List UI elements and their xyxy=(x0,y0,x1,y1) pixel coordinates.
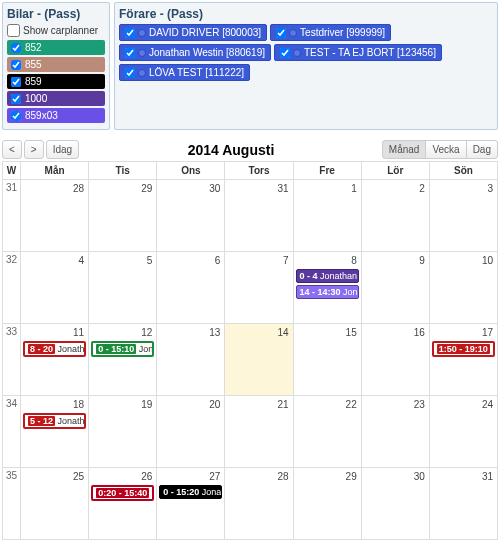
view-week-button[interactable]: Vecka xyxy=(425,140,466,159)
event-time: 0 - 15:10 xyxy=(96,344,136,354)
event[interactable]: 5 - 12 Jonathan xyxy=(23,413,86,429)
day-cell[interactable]: 31 xyxy=(429,468,497,540)
day-number: 26 xyxy=(91,470,154,483)
car-checkbox[interactable] xyxy=(11,43,21,53)
prev-button[interactable]: < xyxy=(2,140,22,159)
car-checkbox[interactable] xyxy=(11,111,21,121)
event[interactable]: 0 - 15:10 Jonath xyxy=(91,341,154,357)
car-item[interactable]: 859x03 xyxy=(7,108,105,123)
day-number: 3 xyxy=(432,182,495,195)
day-cell[interactable]: 7 xyxy=(225,252,293,324)
week-number: 34 xyxy=(3,396,21,468)
day-cell[interactable]: 16 xyxy=(361,324,429,396)
day-number: 14 xyxy=(227,326,290,339)
day-cell[interactable]: 25 xyxy=(21,468,89,540)
day-cell[interactable]: 15 xyxy=(293,324,361,396)
day-cell[interactable]: 23 xyxy=(361,396,429,468)
day-cell[interactable]: 10 xyxy=(429,252,497,324)
event[interactable]: 8 - 20 Jonathan xyxy=(23,341,86,357)
day-cell[interactable]: 5 xyxy=(89,252,157,324)
header-sat: Lör xyxy=(361,162,429,180)
day-cell[interactable]: 19 xyxy=(89,396,157,468)
car-checkbox[interactable] xyxy=(11,60,21,70)
car-item[interactable]: 855 xyxy=(7,57,105,72)
day-cell[interactable]: 28 xyxy=(225,468,293,540)
day-number: 16 xyxy=(364,326,427,339)
driver-item[interactable]: Testdriver [999999] xyxy=(270,24,391,41)
car-label: 859x03 xyxy=(25,110,58,121)
day-number: 31 xyxy=(227,182,290,195)
day-cell[interactable]: 13 xyxy=(157,324,225,396)
day-number: 30 xyxy=(364,470,427,483)
car-checkbox[interactable] xyxy=(11,94,21,104)
car-item[interactable]: 1000 xyxy=(7,91,105,106)
driver-checkbox[interactable] xyxy=(280,48,290,58)
day-cell[interactable]: 28 xyxy=(21,180,89,252)
day-cell[interactable]: 14 xyxy=(225,324,293,396)
driver-radio-icon[interactable] xyxy=(138,29,146,37)
day-cell[interactable]: 29 xyxy=(293,468,361,540)
day-cell[interactable]: 2 xyxy=(361,180,429,252)
day-cell[interactable]: 118 - 20 Jonathan xyxy=(21,324,89,396)
today-button[interactable]: Idag xyxy=(46,140,79,159)
view-day-button[interactable]: Dag xyxy=(466,140,498,159)
day-cell[interactable]: 6 xyxy=(157,252,225,324)
day-cell[interactable]: 185 - 12 Jonathan xyxy=(21,396,89,468)
driver-radio-icon[interactable] xyxy=(138,69,146,77)
view-month-button[interactable]: Månad xyxy=(382,140,427,159)
car-checkbox[interactable] xyxy=(11,77,21,87)
event[interactable]: 0:20 - 15:40 Jor xyxy=(91,485,154,501)
driver-radio-icon[interactable] xyxy=(293,49,301,57)
day-number: 23 xyxy=(364,398,427,411)
day-cell[interactable]: 260:20 - 15:40 Jor xyxy=(89,468,157,540)
driver-item[interactable]: Jonathan Westin [880619] xyxy=(119,44,271,61)
driver-item[interactable]: LÖVA TEST [111222] xyxy=(119,64,250,81)
day-cell[interactable]: 1 xyxy=(293,180,361,252)
day-cell[interactable]: 9 xyxy=(361,252,429,324)
driver-radio-icon[interactable] xyxy=(138,49,146,57)
driver-checkbox[interactable] xyxy=(276,28,286,38)
day-cell[interactable]: 31 xyxy=(225,180,293,252)
driver-checkbox[interactable] xyxy=(125,48,135,58)
day-number: 18 xyxy=(23,398,86,411)
event-time: 5 - 12 xyxy=(28,416,55,426)
carplanner-toggle[interactable]: Show carplanner xyxy=(7,24,105,37)
day-number: 1 xyxy=(296,182,359,195)
day-cell[interactable]: 21 xyxy=(225,396,293,468)
driver-item[interactable]: TEST - TA EJ BORT [123456] xyxy=(274,44,442,61)
driver-item[interactable]: DAVID DRIVER [800003] xyxy=(119,24,267,41)
day-number: 29 xyxy=(296,470,359,483)
next-button[interactable]: > xyxy=(24,140,44,159)
day-cell[interactable]: 29 xyxy=(89,180,157,252)
day-number: 28 xyxy=(23,182,86,195)
day-cell[interactable]: 270 - 15:20 Jonath xyxy=(157,468,225,540)
day-cell[interactable]: 120 - 15:10 Jonath xyxy=(89,324,157,396)
day-cell[interactable]: 80 - 4 Jonathan W14 - 14:30 Jonat xyxy=(293,252,361,324)
event[interactable]: 0 - 15:20 Jonath xyxy=(159,485,222,499)
day-cell[interactable]: 20 xyxy=(157,396,225,468)
event[interactable]: 1:50 - 19:10 Jor xyxy=(432,341,495,357)
event-text: Jonathan xyxy=(55,416,86,426)
calendar-title: 2014 Augusti xyxy=(79,142,383,158)
driver-radio-icon[interactable] xyxy=(289,29,297,37)
carplanner-checkbox[interactable] xyxy=(7,24,20,37)
driver-checkbox[interactable] xyxy=(125,68,135,78)
day-cell[interactable]: 3 xyxy=(429,180,497,252)
day-cell[interactable]: 24 xyxy=(429,396,497,468)
driver-checkbox[interactable] xyxy=(125,28,135,38)
event-time: 14 - 14:30 xyxy=(300,287,341,297)
car-item[interactable]: 852 xyxy=(7,40,105,55)
car-item[interactable]: 859 xyxy=(7,74,105,89)
day-cell[interactable]: 22 xyxy=(293,396,361,468)
car-label: 1000 xyxy=(25,93,47,104)
day-cell[interactable]: 30 xyxy=(361,468,429,540)
day-number: 8 xyxy=(296,254,359,267)
day-cell[interactable]: 171:50 - 19:10 Jor xyxy=(429,324,497,396)
day-cell[interactable]: 30 xyxy=(157,180,225,252)
car-label: 855 xyxy=(25,59,42,70)
cars-panel-title: Bilar - (Pass) xyxy=(7,7,105,21)
event[interactable]: 14 - 14:30 Jonat xyxy=(296,285,359,299)
day-cell[interactable]: 4 xyxy=(21,252,89,324)
event-time: 1:50 - 19:10 xyxy=(437,344,490,354)
event[interactable]: 0 - 4 Jonathan W xyxy=(296,269,359,283)
